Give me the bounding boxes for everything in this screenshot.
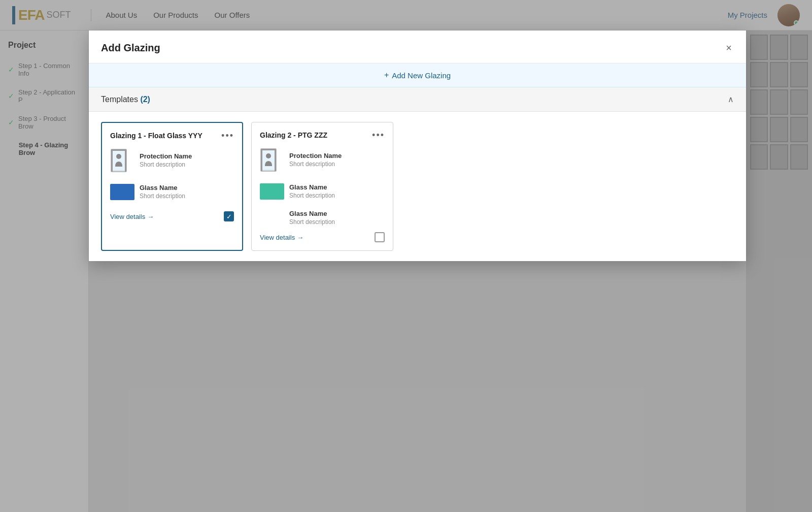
protection-icon-2 [260, 147, 284, 173]
glazing-card-1[interactable]: Glazing 1 - Float Glass YYY ••• [101, 122, 243, 251]
modal-title: Add Glazing [101, 42, 160, 54]
card-1-footer: View details → ✓ [110, 211, 234, 221]
card-2-protection-text: Protection Name Short description [289, 152, 342, 168]
card-1-protection-desc: Short description [140, 161, 192, 169]
templates-count: (2) [140, 95, 150, 104]
card-2-glass-desc-2: Short description [289, 218, 335, 227]
add-glazing-text: Add New Glazing [392, 71, 451, 80]
card-2-glass-name-2: Glass Name [289, 210, 335, 218]
card-1-checkbox[interactable]: ✓ [224, 211, 234, 221]
svg-rect-5 [111, 149, 126, 151]
cards-container: Glazing 1 - Float Glass YYY ••• [89, 112, 746, 261]
glass-color-teal-1 [260, 183, 284, 200]
card-1-protection-item: Protection Name Short description [110, 147, 234, 174]
add-new-glazing-banner[interactable]: + Add New Glazing [89, 63, 746, 87]
svg-rect-4 [125, 149, 126, 172]
templates-section: Templates (2) ∧ Glazing 1 - Float Glass … [89, 87, 746, 261]
svg-rect-3 [111, 149, 113, 172]
glazing-card-2[interactable]: Glazing 2 - PTG ZZZ ••• [251, 122, 393, 251]
modal-header: Add Glazing × [89, 30, 746, 63]
svg-point-8 [266, 153, 271, 158]
card-1-protection-name: Protection Name [140, 152, 192, 161]
card-2-glass-name-1: Glass Name [289, 183, 335, 192]
protection-icon-1 [110, 147, 134, 174]
card-2-title: Glazing 2 - PTG ZZZ [260, 131, 327, 139]
card-2-glass-item-2: Glass Name Short description [260, 210, 385, 226]
svg-point-2 [116, 154, 121, 159]
add-glazing-modal: Add Glazing × + Add New Glazing Template… [89, 30, 746, 261]
checkmark-icon-1: ✓ [226, 213, 232, 220]
card-1-header: Glazing 1 - Float Glass YYY ••• [110, 131, 234, 140]
svg-rect-10 [275, 149, 276, 171]
card-1-view-details[interactable]: View details → [110, 213, 154, 220]
svg-rect-7 [262, 150, 275, 170]
svg-rect-9 [261, 149, 262, 171]
templates-header[interactable]: Templates (2) ∧ [89, 87, 746, 112]
card-2-protection-item: Protection Name Short description [260, 147, 385, 173]
card-2-header: Glazing 2 - PTG ZZZ ••• [260, 131, 385, 140]
card-1-title: Glazing 1 - Float Glass YYY [110, 132, 202, 140]
card-2-view-details[interactable]: View details → [260, 234, 303, 241]
add-glazing-plus-icon: + [384, 71, 389, 80]
card-1-glass-item: Glass Name Short description [110, 179, 234, 205]
card-2-protection-desc: Short description [289, 161, 342, 169]
card-1-menu-icon[interactable]: ••• [221, 131, 234, 140]
arrow-right-icon-1: → [147, 213, 154, 220]
card-2-checkbox[interactable] [375, 232, 385, 242]
close-button[interactable]: × [724, 41, 734, 55]
card-1-glass-desc: Short description [140, 193, 185, 201]
glass-color-blue [110, 184, 134, 200]
chevron-up-icon: ∧ [728, 94, 734, 104]
card-2-glass-text-1: Glass Name Short description [289, 183, 335, 200]
templates-label: Templates (2) [101, 95, 150, 104]
card-1-glass-text: Glass Name Short description [140, 184, 185, 200]
card-1-protection-text: Protection Name Short description [140, 152, 192, 169]
svg-rect-11 [261, 149, 276, 150]
arrow-right-icon-2: → [297, 234, 303, 241]
glass-swatch-2a [260, 178, 284, 205]
svg-rect-1 [112, 150, 125, 171]
card-2-protection-name: Protection Name [289, 152, 342, 161]
card-2-menu-icon[interactable]: ••• [372, 131, 385, 140]
card-2-footer: View details → [260, 232, 385, 242]
card-2-glass-text-2: Glass Name Short description [289, 210, 335, 226]
card-1-glass-name: Glass Name [140, 184, 185, 193]
card-2-glass-desc-1: Short description [289, 192, 335, 200]
card-2-glass-item-1: Glass Name Short description [260, 178, 385, 205]
glass-swatch-1 [110, 179, 134, 205]
